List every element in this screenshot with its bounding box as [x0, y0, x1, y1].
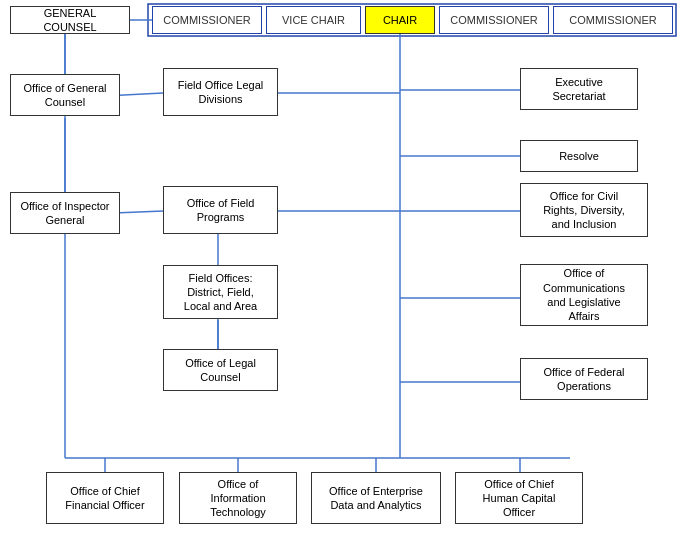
chair-box: CHAIR	[365, 6, 435, 34]
office-communications-box: Office of Communications and Legislative…	[520, 264, 648, 326]
commissioner-2-box: COMMISSIONER	[439, 6, 549, 34]
office-field-programs-box: Office of Field Programs	[163, 186, 278, 234]
office-chief-financial-box: Office of Chief Financial Officer	[46, 472, 164, 524]
office-civil-rights-box: Office for Civil Rights, Diversity, and …	[520, 183, 648, 237]
vice-chair-box: VICE CHAIR	[266, 6, 361, 34]
resolve-box: Resolve	[520, 140, 638, 172]
org-chart: COMMISSIONER VICE CHAIR CHAIR COMMISSION…	[0, 0, 691, 551]
office-enterprise-data-box: Office of Enterprise Data and Analytics	[311, 472, 441, 524]
office-legal-counsel-box: Office of Legal Counsel	[163, 349, 278, 391]
commissioner-3-box: COMMISSIONER	[553, 6, 673, 34]
commissioner-1-box: COMMISSIONER	[152, 6, 262, 34]
general-counsel-box: GENERAL COUNSEL	[10, 6, 130, 34]
office-federal-operations-box: Office of Federal Operations	[520, 358, 648, 400]
field-offices-box: Field Offices: District, Field, Local an…	[163, 265, 278, 319]
office-inspector-general-box: Office of Inspector General	[10, 192, 120, 234]
executive-secretariat-box: Executive Secretariat	[520, 68, 638, 110]
office-info-tech-box: Office of Information Technology	[179, 472, 297, 524]
office-chief-human-capital-box: Office of Chief Human Capital Officer	[455, 472, 583, 524]
field-office-legal-box: Field Office Legal Divisions	[163, 68, 278, 116]
office-general-counsel-box: Office of General Counsel	[10, 74, 120, 116]
